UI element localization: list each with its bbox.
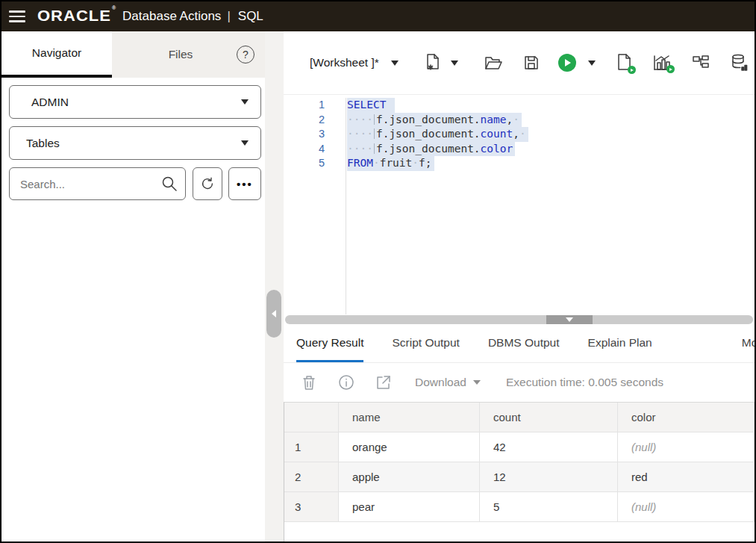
editor-gutter: 12345 [284,98,346,314]
schema-select-value: ADMIN [10,96,69,109]
run-statement-button[interactable] [558,54,576,72]
result-grid: namecountcolor1orange42(null)2apple12red… [284,402,755,542]
line-number: 4 [284,142,325,157]
refresh-button[interactable] [193,167,222,200]
sidebar-tabbar: Navigator Files ? [1,31,265,78]
column-header-count[interactable]: count [480,403,618,432]
line-number: 2 [284,113,325,128]
object-type-select-value: Tables [10,137,60,150]
tab-files-label: Files [169,48,193,61]
sidebar: Navigator Files ? ADMIN Tables [1,31,265,542]
object-type-select[interactable]: Tables [9,126,261,160]
tab-label: Explain Plan [588,336,652,350]
open-file-button[interactable] [484,54,503,72]
play-badge-icon [628,66,636,74]
module-title: SQL [238,9,263,24]
worksheet-panel: [Worksheet ]* [284,31,755,542]
tab-explain-plan[interactable]: Explain Plan [588,326,652,362]
open-in-new-icon[interactable] [375,373,393,391]
new-worksheet-chevron-icon[interactable] [451,60,458,66]
chevron-down-icon [241,99,249,105]
column-header-name[interactable]: name [339,403,480,432]
tab-navigator-label: Navigator [32,46,81,60]
search-row: ••• [9,167,261,200]
title-separator: | [227,9,230,24]
save-button[interactable] [522,54,540,72]
code-line: ····f.json_document.color [347,142,755,157]
app-window: ORACLE® Database Actions | SQL Navigator… [0,0,756,543]
editor-code: SELECT ····f.json_document.name,·····f.j… [346,98,755,314]
help-icon[interactable]: ? [237,46,254,63]
cell-color[interactable]: red [618,462,755,492]
more-options-button[interactable]: ••• [228,167,261,200]
row-number[interactable]: 3 [284,492,339,522]
search-icon [160,175,178,196]
results-toolbar: Download Execution time: 0.005 seconds [284,363,755,402]
hamburger-menu-icon[interactable] [9,10,25,22]
sidebar-splitter[interactable] [265,31,284,542]
results-panel: Query ResultScript OutputDBMS OutputExpl… [284,326,755,542]
line-number: 1 [284,98,325,113]
splitter-track[interactable] [285,315,753,324]
explain-plan-button[interactable] [691,54,710,72]
sidebar-controls: ADMIN Tables [1,78,265,200]
autotrace-button[interactable] [652,54,672,72]
tab-query-result[interactable]: Query Result [296,326,363,362]
tab-label: Query Result [296,336,363,350]
cell-count[interactable]: 12 [480,462,618,492]
collapse-sidebar-handle[interactable] [266,290,281,338]
sql-editor[interactable]: 12345 SELECT ····f.json_document.name,··… [284,95,755,314]
grid-corner-cell [284,403,339,432]
app-title: Database Actions [122,9,221,24]
run-script-button[interactable] [616,53,633,72]
editor-results-splitter[interactable] [284,314,755,326]
grid-header-row: namecountcolor [284,403,755,432]
table-row: 1orange42(null) [284,432,755,462]
tab-script-output[interactable]: Script Output [392,326,459,362]
results-tabbar: Query ResultScript OutputDBMS OutputExpl… [284,326,755,363]
search-input[interactable] [9,167,186,200]
splitter-handle[interactable] [546,315,593,324]
clear-output-button[interactable] [300,373,318,391]
run-chevron-icon[interactable] [588,60,596,66]
cell-count[interactable]: 5 [480,492,618,522]
code-line: ····f.json_document.count,· [347,127,755,142]
cell-count[interactable]: 42 [480,432,618,462]
schema-select[interactable]: ADMIN [9,85,261,119]
tab-label: More [742,336,755,350]
line-number: 5 [284,156,325,171]
info-icon[interactable] [337,373,355,391]
column-header-color[interactable]: color [618,403,755,432]
execution-time: Execution time: 0.005 seconds [506,376,663,389]
download-chevron-icon[interactable] [473,380,481,385]
worksheet-select-chevron-icon[interactable] [391,60,399,66]
app-header: ORACLE® Database Actions | SQL [1,1,755,31]
worksheet-toolbar: [Worksheet ]* [284,31,755,95]
table-row: 3pear5(null) [284,492,755,522]
code-line: SELECT [347,98,755,113]
play-icon [565,59,571,66]
tab-label: Script Output [392,336,459,350]
row-number[interactable]: 1 [284,432,339,462]
chevron-left-icon [272,310,276,317]
tab-label: DBMS Output [488,336,560,350]
oracle-logo: ORACLE® [37,7,116,25]
cell-color[interactable]: (null) [618,492,755,522]
chevron-down-icon [241,140,249,146]
cell-name[interactable]: orange [339,432,480,462]
tab-dbms-output[interactable]: DBMS Output [488,326,560,362]
worksheet-title[interactable]: [Worksheet ]* [310,56,379,69]
cell-name[interactable]: pear [339,492,480,522]
table-row: 2apple12red [284,462,755,492]
row-number[interactable]: 2 [284,462,339,492]
new-worksheet-button[interactable] [424,53,442,72]
data-loading-button[interactable] [730,53,749,72]
tab-more[interactable]: More [742,326,755,362]
cell-color[interactable]: (null) [618,432,755,462]
tab-files[interactable]: Files [125,31,236,78]
tab-navigator[interactable]: Navigator [1,31,112,78]
cell-name[interactable]: apple [339,462,480,492]
ellipsis-icon: ••• [237,178,253,190]
code-line: ····f.json_document.name,· [347,113,755,128]
download-button[interactable]: Download [415,376,466,389]
